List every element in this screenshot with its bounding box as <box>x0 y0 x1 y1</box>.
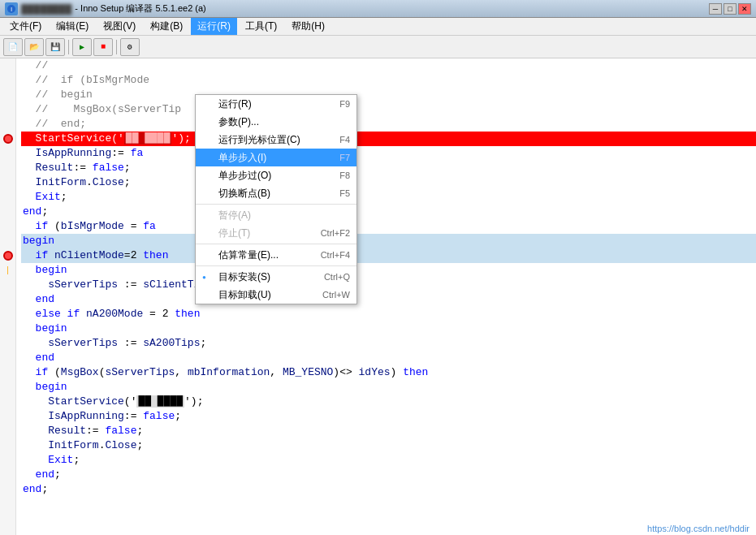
code-line-15: if nClientMode=2 then <box>21 248 756 263</box>
bp-row-19 <box>0 321 16 336</box>
code-line-18: end <box>21 292 756 307</box>
toolbar-open[interactable]: 📂 <box>24 38 44 56</box>
dd-separator-2 <box>196 244 356 244</box>
code-line-13: if (bIsMgrMode = fa <box>21 219 756 234</box>
code-line-19: else if nA200Mode = 2 then <box>21 307 756 321</box>
bp-row-18 <box>0 307 16 321</box>
bp-row-21 <box>0 351 16 365</box>
menu-run-run[interactable]: 运行(R) F9 <box>196 95 356 113</box>
code-line-3: // begin <box>21 88 756 102</box>
menu-file[interactable]: 文件(F) <box>3 18 48 35</box>
code-line-30: Exit; <box>21 453 756 468</box>
app-icon: I <box>5 2 18 15</box>
blurred-title-left: ████████ <box>21 4 71 14</box>
menu-run-stop[interactable]: 停止(T) Ctrl+F2 <box>196 224 356 242</box>
bp-row-25 <box>0 409 16 424</box>
code-line-27: IsAppRunning:= false; <box>21 409 756 424</box>
code-line-14: begin <box>21 234 756 248</box>
menu-run-params[interactable]: 参数(P)... <box>196 113 356 131</box>
bp-row-12 <box>0 219 16 234</box>
code-line-4: // MsgBox(sServerTip <box>21 102 756 117</box>
code-column[interactable]: // // if (bIsMgrMode // begin // MsgBox(… <box>16 58 756 535</box>
code-line-29: InitForm.Close; <box>21 438 756 453</box>
dd-separator-3 <box>196 265 356 266</box>
editor: | // // if (bIsMgrMode // begin // MsgBo… <box>0 58 756 535</box>
menu-tools[interactable]: 工具(T) <box>239 18 283 35</box>
menu-run-install[interactable]: 目标安装(S) Ctrl+Q <box>196 268 356 286</box>
breakpoint-column: | <box>0 58 16 535</box>
bp-row-29 <box>0 468 16 482</box>
code-line-17: sServerTips := sClientTips; <box>21 278 756 292</box>
status-bar: https://blog.csdn.net/hddir <box>641 522 756 535</box>
menu-edit[interactable]: 编辑(E) <box>50 18 95 35</box>
toolbar-save[interactable]: 💾 <box>45 38 65 56</box>
menu-run-uninstall[interactable]: 目标卸载(U) Ctrl+W <box>196 286 356 304</box>
code-line-20: begin <box>21 321 756 336</box>
bp-row-30 <box>0 482 16 497</box>
bp-row-9 <box>0 175 16 190</box>
code-line-7: IsAppRunning:= fa <box>21 146 756 161</box>
toolbar-stop[interactable]: ■ <box>93 38 113 56</box>
bp-row-32 <box>0 511 16 526</box>
code-line-24: if (MsgBox(sServerTips, mbInformation, M… <box>21 365 756 380</box>
minimize-button[interactable]: ─ <box>709 3 722 15</box>
window-controls: ─ □ ✕ <box>709 3 751 15</box>
code-line-2: // if (bIsMgrMode <box>21 73 756 88</box>
menu-run-pause[interactable]: 暂停(A) <box>196 206 356 224</box>
code-line-11: end; <box>21 205 756 219</box>
bp-row-31 <box>0 497 16 511</box>
toolbar: 📄 📂 💾 ▶ ■ ⚙ <box>0 36 756 58</box>
code-line-10: Exit; <box>21 190 756 205</box>
bp-row-22 <box>0 365 16 380</box>
maximize-button[interactable]: □ <box>724 3 737 15</box>
title-text: - Inno Setup 编译器 5.5.1.ee2 (a) <box>75 2 205 15</box>
bp-row-10 <box>0 190 16 205</box>
code-line-6: StartService('██ ████'); <box>21 132 756 146</box>
code-line-1: // <box>21 58 756 73</box>
menu-help[interactable]: 帮助(H) <box>285 18 331 35</box>
code-line-22: end <box>21 351 756 365</box>
toolbar-compile[interactable]: ⚙ <box>120 38 140 56</box>
toolbar-run[interactable]: ▶ <box>72 38 92 56</box>
toolbar-sep1 <box>68 40 69 54</box>
code-line-32: end; <box>21 482 756 497</box>
menu-run-eval[interactable]: 估算常量(E)... Ctrl+F4 <box>196 246 356 264</box>
menu-run-toggle-bp[interactable]: 切换断点(B) F5 <box>196 184 356 202</box>
bp-row-23 <box>0 380 16 395</box>
bp-row-3 <box>0 88 16 102</box>
code-line-16: begin <box>21 263 756 278</box>
bp-row-11 <box>0 205 16 219</box>
title-bar-left: I ████████ - Inno Setup 编译器 5.5.1.ee2 (a… <box>5 2 206 15</box>
bp-row-7 <box>0 146 16 161</box>
bp-row-6 <box>0 132 16 146</box>
code-line-26: StartService('██ ████'); <box>21 395 756 409</box>
code-line-28: Result:= false; <box>21 424 756 438</box>
menu-view[interactable]: 视图(V) <box>97 18 142 35</box>
menu-run-step-into[interactable]: 单步步入(I) F7 <box>196 149 356 166</box>
menu-build[interactable]: 构建(B) <box>144 18 189 35</box>
code-line-21: sServerTips := sA200Tips; <box>21 336 756 351</box>
bp-row-8 <box>0 161 16 175</box>
bp-row-4 <box>0 102 16 117</box>
run-dropdown-menu: 运行(R) F9 参数(P)... 运行到光标位置(C) F4 单步步入(I) … <box>195 94 357 304</box>
menu-run-step-over[interactable]: 单步步过(O) F8 <box>196 166 356 184</box>
code-line-25: begin <box>21 380 756 395</box>
code-line-5: // end; <box>21 117 756 132</box>
bp-row-5 <box>0 117 16 132</box>
status-url: https://blog.csdn.net/hddir <box>647 524 750 533</box>
breakpoint-dot-2 <box>3 251 13 261</box>
breakpoint-dot <box>3 134 13 144</box>
code-line-31: end; <box>21 468 756 482</box>
bp-row-2 <box>0 73 16 88</box>
menu-run-to-cursor[interactable]: 运行到光标位置(C) F4 <box>196 131 356 149</box>
bp-row-1 <box>0 58 16 73</box>
close-button[interactable]: ✕ <box>738 3 751 15</box>
code-line-8: Result:= false; <box>21 161 756 175</box>
bp-row-26 <box>0 424 16 438</box>
code-line-9: InitForm.Close; <box>21 175 756 190</box>
toolbar-new[interactable]: 📄 <box>3 38 23 56</box>
title-bar: I ████████ - Inno Setup 编译器 5.5.1.ee2 (a… <box>0 0 756 18</box>
dd-separator-1 <box>196 204 356 205</box>
menu-run[interactable]: 运行(R) <box>191 18 237 35</box>
bp-row-27 <box>0 438 16 453</box>
